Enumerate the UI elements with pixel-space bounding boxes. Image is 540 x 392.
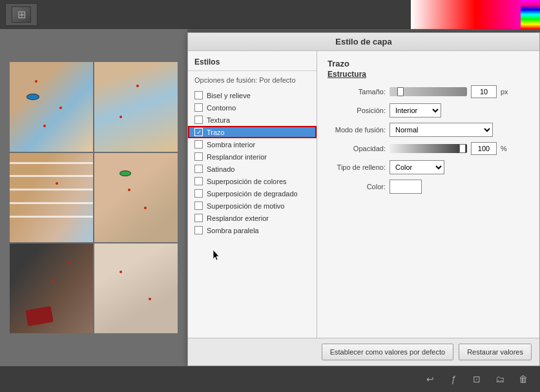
opacity-label: Opacidad: bbox=[327, 145, 386, 152]
opacity-slider[interactable] bbox=[389, 144, 467, 153]
sidebar-item-trazo[interactable]: ✓ Trazo bbox=[188, 126, 317, 138]
undo-icon[interactable]: ↩ bbox=[424, 373, 437, 386]
photo-cell-5 bbox=[10, 243, 93, 333]
label-superposicion-colores: Superposición de colores bbox=[207, 178, 287, 185]
new-layer-icon[interactable]: ⊡ bbox=[470, 373, 483, 386]
size-input[interactable] bbox=[471, 85, 497, 98]
label-contorno: Contorno bbox=[207, 104, 236, 112]
fx-icon[interactable]: ƒ bbox=[447, 373, 460, 386]
sidebar-item-resplandor-exterior[interactable]: Resplandor exterior bbox=[188, 212, 317, 224]
label-resplandor-interior: Resplandor interior bbox=[207, 153, 267, 161]
opacity-slider-thumb bbox=[459, 144, 466, 153]
photo-collage bbox=[10, 62, 178, 333]
size-slider[interactable] bbox=[389, 87, 467, 96]
layer-style-dialog: Estilo de capa Estilos Opciones de fusió… bbox=[187, 32, 540, 366]
color-label: Color: bbox=[327, 183, 386, 191]
sidebar-item-sombra-paralela[interactable]: Sombra paralela bbox=[188, 224, 317, 236]
properties-panel: Trazo Estructura Tamaño: px Posición: In… bbox=[317, 51, 539, 338]
label-textura: Textura bbox=[207, 116, 230, 124]
size-slider-thumb bbox=[397, 87, 404, 96]
section-title-trazo: Trazo bbox=[327, 59, 529, 68]
checkbox-contorno[interactable] bbox=[194, 103, 203, 112]
photo-cell-6 bbox=[94, 243, 178, 333]
sidebar-item-bisel[interactable]: Bisel y relieve bbox=[188, 89, 317, 101]
position-label: Posición: bbox=[327, 107, 386, 114]
styles-panel-subtitle: Opciones de fusión: Por defecto bbox=[188, 74, 317, 89]
dialog-title-text: Estilo de capa bbox=[335, 37, 391, 46]
sidebar-item-superposicion-colores[interactable]: Superposición de colores bbox=[188, 175, 317, 187]
color-row: Color: bbox=[327, 180, 529, 194]
delete-icon[interactable]: 🗑 bbox=[517, 373, 530, 386]
checkbox-superposicion-motivo[interactable] bbox=[194, 201, 203, 210]
checkbox-trazo[interactable]: ✓ bbox=[194, 128, 203, 136]
styles-panel-title: Estilos bbox=[188, 56, 317, 71]
label-bisel: Bisel y relieve bbox=[207, 92, 251, 99]
subsection-title-estructura: Estructura bbox=[327, 70, 529, 79]
blend-mode-row: Modo de fusión: Normal Disolver Oscurece… bbox=[327, 123, 529, 137]
dialog-footer: Establecer como valores por defecto Rest… bbox=[188, 338, 539, 366]
photo-cell-4 bbox=[94, 153, 178, 243]
tool-icon: ⊞ bbox=[5, 3, 37, 26]
position-row: Posición: Interior Exterior Centro bbox=[327, 103, 529, 118]
label-superposicion-motivo: Superposición de motivo bbox=[207, 202, 284, 210]
sidebar-item-textura[interactable]: Textura bbox=[188, 114, 317, 126]
checkbox-sombra-paralela[interactable] bbox=[194, 226, 203, 234]
bottom-toolbar: ↩ ƒ ⊡ 🗂 🗑 bbox=[0, 366, 540, 392]
photo-cell-1 bbox=[10, 62, 93, 152]
fill-type-label: Tipo de relleno: bbox=[327, 163, 386, 171]
checkbox-sombra-interior[interactable] bbox=[194, 140, 203, 149]
dialog-title: Estilo de capa bbox=[188, 33, 539, 51]
color-picker-area[interactable] bbox=[411, 0, 540, 29]
size-row: Tamaño: px bbox=[327, 85, 529, 98]
label-sombra-interior: Sombra interior bbox=[207, 141, 255, 149]
hue-bar bbox=[521, 0, 540, 29]
folder-icon[interactable]: 🗂 bbox=[493, 373, 506, 386]
color-swatch[interactable] bbox=[389, 180, 422, 194]
restore-button[interactable]: Restaurar valores bbox=[459, 344, 532, 360]
blend-mode-label: Modo de fusión: bbox=[327, 126, 386, 134]
photo-cell-3 bbox=[10, 153, 93, 243]
sidebar-item-contorno[interactable]: Contorno bbox=[188, 101, 317, 114]
opacity-input[interactable] bbox=[471, 142, 497, 155]
sidebar-item-satinado[interactable]: Satinado bbox=[188, 163, 317, 175]
sidebar-item-sombra-interior[interactable]: Sombra interior bbox=[188, 138, 317, 150]
checkbox-bisel[interactable] bbox=[194, 91, 203, 99]
checkbox-superposicion-degradado[interactable] bbox=[194, 189, 203, 198]
photo-cell-2 bbox=[94, 62, 178, 152]
opacity-unit: % bbox=[501, 145, 507, 152]
sidebar-item-superposicion-degradado[interactable]: Superposición de degradado bbox=[188, 187, 317, 200]
fill-type-select[interactable]: Color Degradado Motivo bbox=[389, 160, 444, 174]
fill-type-row: Tipo de relleno: Color Degradado Motivo bbox=[327, 160, 529, 174]
layers-icon: ⊞ bbox=[17, 8, 26, 21]
styles-panel: Estilos Opciones de fusión: Por defecto … bbox=[188, 51, 317, 338]
blend-mode-select[interactable]: Normal Disolver Oscurecer Multiplicar bbox=[389, 123, 493, 137]
set-default-button[interactable]: Establecer como valores por defecto bbox=[322, 344, 454, 360]
checkbox-satinado[interactable] bbox=[194, 165, 203, 173]
checkbox-resplandor-interior[interactable] bbox=[194, 152, 203, 161]
checkbox-resplandor-exterior[interactable] bbox=[194, 214, 203, 222]
sidebar-item-superposicion-motivo[interactable]: Superposición de motivo bbox=[188, 200, 317, 212]
size-label: Tamaño: bbox=[327, 88, 386, 96]
checkbox-superposicion-colores[interactable] bbox=[194, 177, 203, 185]
label-superposicion-degradado: Superposición de degradado bbox=[207, 190, 298, 198]
label-sombra-paralela: Sombra paralela bbox=[207, 227, 259, 234]
position-select[interactable]: Interior Exterior Centro bbox=[389, 103, 441, 118]
opacity-row: Opacidad: % bbox=[327, 142, 529, 155]
canvas-area bbox=[0, 29, 187, 366]
label-satinado: Satinado bbox=[207, 165, 234, 173]
label-trazo: Trazo bbox=[207, 129, 225, 136]
size-unit: px bbox=[501, 88, 508, 96]
dialog-body: Estilos Opciones de fusión: Por defecto … bbox=[188, 51, 539, 338]
label-resplandor-exterior: Resplandor exterior bbox=[207, 214, 269, 222]
sidebar-item-resplandor-interior[interactable]: Resplandor interior bbox=[188, 150, 317, 163]
checkbox-textura[interactable] bbox=[194, 116, 203, 124]
